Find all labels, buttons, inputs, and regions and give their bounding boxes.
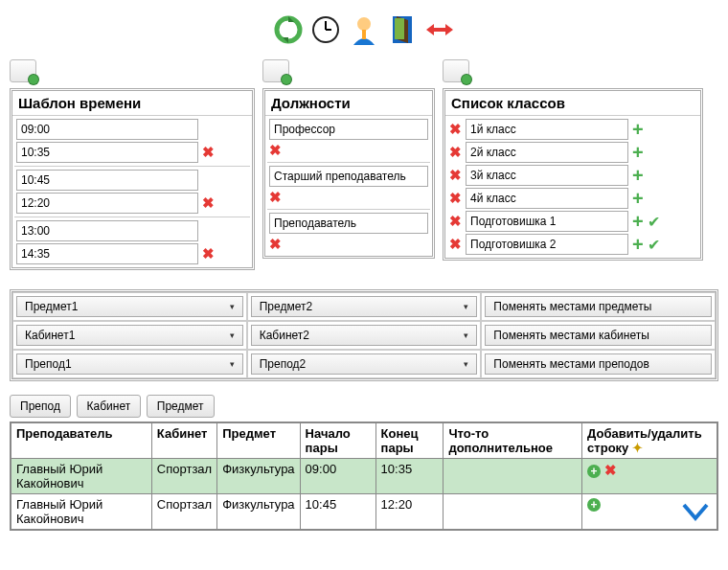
col-add: Добавить/удалить строку ✦ bbox=[582, 422, 717, 459]
col-start: Начало пары bbox=[300, 422, 375, 459]
add-row-icon[interactable]: + bbox=[587, 498, 601, 512]
cell-start: 09:00 bbox=[300, 459, 375, 494]
time-template-panel: Шаблон времени ✖✖✖ bbox=[10, 88, 255, 270]
teacher2-dropdown[interactable]: Препод2▾ bbox=[251, 353, 478, 375]
swap-rooms-button[interactable]: Поменять местами кабинеты bbox=[485, 325, 712, 346]
clock-icon[interactable] bbox=[310, 14, 341, 45]
swap-subjects-button[interactable]: Поменять местами предметы bbox=[485, 296, 712, 317]
add-icon[interactable]: + bbox=[632, 123, 644, 136]
add-row-icon[interactable]: + bbox=[587, 465, 601, 478]
schedule-table: Преподаватель Кабинет Предмет Начало пар… bbox=[10, 422, 718, 531]
class-input[interactable] bbox=[466, 234, 628, 255]
tab-teacher[interactable]: Препод bbox=[10, 395, 71, 418]
time-end-input[interactable] bbox=[16, 193, 198, 214]
delete-icon[interactable]: ✖ bbox=[449, 121, 462, 138]
class-input[interactable] bbox=[466, 142, 628, 163]
col-extra: Что-то дополнительное bbox=[444, 422, 582, 459]
class-input[interactable] bbox=[466, 211, 628, 232]
subject2-dropdown[interactable]: Предмет2▾ bbox=[251, 296, 478, 317]
new-tab-button[interactable] bbox=[443, 59, 469, 82]
room1-label: Кабинет1 bbox=[25, 329, 75, 342]
cell-room: Спортзал bbox=[151, 494, 216, 531]
positions-title: Должности bbox=[265, 91, 432, 116]
subject1-label: Предмет1 bbox=[25, 300, 78, 313]
user-icon[interactable] bbox=[349, 14, 379, 45]
cell-extra bbox=[444, 459, 582, 494]
delete-icon[interactable]: ✖ bbox=[202, 144, 215, 161]
dropdown-icon: ▾ bbox=[230, 302, 235, 311]
refresh-icon[interactable] bbox=[273, 14, 304, 45]
delete-icon[interactable]: ✖ bbox=[449, 213, 462, 230]
cell-end: 10:35 bbox=[375, 459, 444, 494]
classes-panel: Список классов ✖+✖+✖+✖+✖+✔✖+✔ bbox=[443, 88, 703, 261]
classes-title: Список классов bbox=[445, 91, 700, 116]
tab-room[interactable]: Кабинет bbox=[77, 395, 142, 418]
wand-icon: ✦ bbox=[632, 441, 643, 455]
cell-actions: + ✖ bbox=[582, 459, 717, 494]
add-icon[interactable]: + bbox=[632, 192, 644, 205]
resize-icon[interactable] bbox=[424, 14, 455, 45]
add-icon[interactable]: + bbox=[632, 238, 644, 251]
swap-panel: Предмет1▾ Предмет2▾ Поменять местами пре… bbox=[10, 289, 718, 381]
cell-room: Спортзал bbox=[151, 459, 216, 494]
check-icon[interactable]: ✔ bbox=[648, 213, 660, 231]
dropdown-icon: ▾ bbox=[230, 359, 235, 369]
position-input[interactable] bbox=[269, 166, 428, 187]
delete-icon[interactable]: ✖ bbox=[269, 189, 282, 206]
cell-subject: Физкультура bbox=[217, 494, 300, 531]
add-icon[interactable]: + bbox=[632, 169, 644, 182]
class-input[interactable] bbox=[466, 188, 628, 209]
cell-teacher: Главный Юрий Какойнович bbox=[11, 459, 151, 494]
class-input[interactable] bbox=[466, 165, 628, 186]
subject2-label: Предмет2 bbox=[260, 300, 312, 313]
delete-icon[interactable]: ✖ bbox=[449, 236, 462, 253]
time-start-input[interactable] bbox=[16, 170, 198, 191]
door-icon[interactable] bbox=[387, 14, 418, 45]
delete-icon[interactable]: ✖ bbox=[449, 167, 462, 184]
room1-dropdown[interactable]: Кабинет1▾ bbox=[16, 325, 243, 346]
room2-label: Кабинет2 bbox=[260, 329, 309, 342]
col-subject: Предмет bbox=[217, 422, 300, 459]
new-tab-button[interactable] bbox=[262, 59, 289, 82]
time-start-input[interactable] bbox=[16, 220, 198, 241]
panels-row: Шаблон времени ✖✖✖ Должности ✖✖✖ Список … bbox=[10, 59, 718, 270]
delete-icon[interactable]: ✖ bbox=[449, 190, 462, 207]
check-icon[interactable]: ✔ bbox=[648, 236, 660, 254]
time-end-input[interactable] bbox=[16, 243, 198, 264]
teacher2-label: Препод2 bbox=[260, 357, 307, 371]
room2-dropdown[interactable]: Кабинет2▾ bbox=[251, 325, 478, 346]
delete-icon[interactable]: ✖ bbox=[449, 144, 462, 161]
position-input[interactable] bbox=[269, 119, 428, 140]
cell-start: 10:45 bbox=[300, 494, 375, 531]
delete-icon[interactable]: ✖ bbox=[269, 142, 282, 159]
schedule-tabs: Препод Кабинет Предмет bbox=[10, 395, 718, 418]
scroll-down-icon[interactable] bbox=[682, 503, 709, 525]
swap-teachers-button[interactable]: Поменять местами преподов bbox=[485, 353, 712, 375]
new-tab-button[interactable] bbox=[10, 59, 36, 82]
col-end: Конец пары bbox=[375, 422, 444, 459]
swap-teachers-label: Поменять местами преподов bbox=[493, 357, 648, 371]
col-room: Кабинет bbox=[151, 422, 216, 459]
subject1-dropdown[interactable]: Предмет1▾ bbox=[16, 296, 243, 317]
time-start-input[interactable] bbox=[16, 119, 198, 140]
delete-icon[interactable]: ✖ bbox=[202, 245, 215, 262]
delete-row-icon[interactable]: ✖ bbox=[604, 462, 617, 478]
delete-icon[interactable]: ✖ bbox=[202, 194, 215, 212]
cell-teacher: Главный Юрий Какойнович bbox=[11, 494, 151, 531]
dropdown-icon: ▾ bbox=[464, 302, 468, 311]
main-toolbar bbox=[10, 10, 718, 59]
dropdown-icon: ▾ bbox=[230, 331, 235, 340]
cell-end: 12:20 bbox=[375, 494, 444, 531]
dropdown-icon: ▾ bbox=[464, 359, 468, 369]
swap-rooms-label: Поменять местами кабинеты bbox=[493, 329, 648, 342]
tab-subject[interactable]: Предмет bbox=[147, 395, 215, 418]
svg-rect-6 bbox=[362, 30, 366, 39]
cell-extra bbox=[444, 494, 582, 531]
delete-icon[interactable]: ✖ bbox=[269, 236, 282, 253]
teacher1-dropdown[interactable]: Препод1▾ bbox=[16, 353, 243, 375]
class-input[interactable] bbox=[466, 119, 628, 140]
position-input[interactable] bbox=[269, 213, 428, 234]
add-icon[interactable]: + bbox=[632, 146, 644, 159]
time-end-input[interactable] bbox=[16, 142, 198, 163]
add-icon[interactable]: + bbox=[632, 215, 644, 228]
